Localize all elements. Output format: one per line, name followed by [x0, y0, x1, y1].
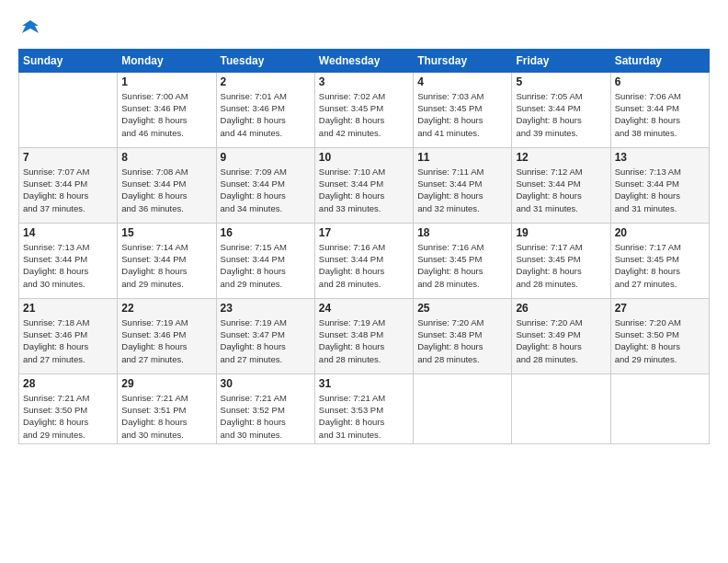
weekday-tuesday: Tuesday [216, 49, 314, 72]
day-number: 18 [417, 226, 507, 239]
day-number: 7 [23, 151, 113, 164]
logo-bird-icon [20, 17, 40, 37]
day-info: Sunrise: 7:00 AM Sunset: 3:46 PM Dayligh… [121, 90, 211, 139]
calendar-cell: 4Sunrise: 7:03 AM Sunset: 3:45 PM Daylig… [414, 72, 512, 147]
calendar-cell [414, 373, 512, 443]
logo [18, 20, 40, 41]
calendar-cell: 18Sunrise: 7:16 AM Sunset: 3:45 PM Dayli… [414, 223, 512, 298]
weekday-header-row: SundayMondayTuesdayWednesdayThursdayFrid… [19, 49, 710, 72]
day-number: 19 [516, 226, 606, 239]
day-info: Sunrise: 7:09 AM Sunset: 3:44 PM Dayligh… [221, 166, 311, 214]
calendar-cell: 23Sunrise: 7:19 AM Sunset: 3:47 PM Dayli… [216, 298, 314, 373]
calendar-table: SundayMondayTuesdayWednesdayThursdayFrid… [18, 49, 710, 444]
day-info: Sunrise: 7:21 AM Sunset: 3:50 PM Dayligh… [23, 392, 113, 441]
calendar-cell: 2Sunrise: 7:01 AM Sunset: 3:46 PM Daylig… [216, 72, 314, 147]
calendar-cell: 11Sunrise: 7:11 AM Sunset: 3:44 PM Dayli… [414, 147, 512, 223]
calendar-cell: 9Sunrise: 7:09 AM Sunset: 3:44 PM Daylig… [216, 147, 314, 223]
day-number: 28 [23, 377, 113, 390]
calendar-cell: 30Sunrise: 7:21 AM Sunset: 3:52 PM Dayli… [216, 373, 314, 443]
calendar-cell: 20Sunrise: 7:17 AM Sunset: 3:45 PM Dayli… [610, 223, 709, 298]
day-info: Sunrise: 7:17 AM Sunset: 3:45 PM Dayligh… [516, 241, 606, 290]
day-number: 12 [516, 151, 606, 164]
day-number: 5 [516, 75, 606, 88]
weekday-wednesday: Wednesday [314, 49, 413, 72]
day-number: 31 [319, 377, 409, 390]
calendar-cell: 15Sunrise: 7:14 AM Sunset: 3:44 PM Dayli… [118, 223, 216, 298]
day-number: 14 [23, 226, 113, 239]
day-number: 30 [221, 377, 311, 390]
day-info: Sunrise: 7:20 AM Sunset: 3:48 PM Dayligh… [417, 316, 507, 365]
day-number: 1 [121, 75, 211, 88]
calendar-cell: 27Sunrise: 7:20 AM Sunset: 3:50 PM Dayli… [610, 298, 709, 373]
day-info: Sunrise: 7:16 AM Sunset: 3:45 PM Dayligh… [417, 241, 507, 290]
calendar-cell [19, 72, 118, 147]
weekday-monday: Monday [118, 49, 216, 72]
day-number: 10 [319, 151, 409, 164]
day-info: Sunrise: 7:14 AM Sunset: 3:44 PM Dayligh… [121, 241, 211, 290]
day-info: Sunrise: 7:18 AM Sunset: 3:46 PM Dayligh… [23, 316, 113, 365]
calendar-cell: 8Sunrise: 7:08 AM Sunset: 3:44 PM Daylig… [118, 147, 216, 223]
day-number: 24 [319, 302, 409, 315]
day-info: Sunrise: 7:12 AM Sunset: 3:44 PM Dayligh… [516, 166, 606, 214]
calendar-cell [610, 373, 709, 443]
day-info: Sunrise: 7:08 AM Sunset: 3:44 PM Dayligh… [121, 166, 211, 214]
calendar-cell: 26Sunrise: 7:20 AM Sunset: 3:49 PM Dayli… [512, 298, 610, 373]
day-number: 17 [319, 226, 409, 239]
day-info: Sunrise: 7:19 AM Sunset: 3:47 PM Dayligh… [221, 316, 311, 365]
day-info: Sunrise: 7:01 AM Sunset: 3:46 PM Dayligh… [221, 90, 311, 139]
calendar-cell: 12Sunrise: 7:12 AM Sunset: 3:44 PM Dayli… [512, 147, 610, 223]
header-area [18, 17, 710, 41]
day-number: 27 [615, 302, 705, 315]
weekday-friday: Friday [512, 49, 610, 72]
day-info: Sunrise: 7:13 AM Sunset: 3:44 PM Dayligh… [23, 241, 113, 290]
day-info: Sunrise: 7:02 AM Sunset: 3:45 PM Dayligh… [319, 90, 409, 139]
day-number: 4 [417, 75, 507, 88]
day-info: Sunrise: 7:05 AM Sunset: 3:44 PM Dayligh… [516, 90, 606, 139]
day-info: Sunrise: 7:10 AM Sunset: 3:44 PM Dayligh… [319, 166, 409, 214]
calendar-cell: 24Sunrise: 7:19 AM Sunset: 3:48 PM Dayli… [314, 298, 413, 373]
calendar-cell: 5Sunrise: 7:05 AM Sunset: 3:44 PM Daylig… [512, 72, 610, 147]
day-number: 3 [319, 75, 409, 88]
weekday-thursday: Thursday [414, 49, 512, 72]
day-info: Sunrise: 7:20 AM Sunset: 3:49 PM Dayligh… [516, 316, 606, 365]
day-info: Sunrise: 7:03 AM Sunset: 3:45 PM Dayligh… [417, 90, 507, 139]
svg-marker-0 [22, 20, 39, 33]
calendar-cell: 1Sunrise: 7:00 AM Sunset: 3:46 PM Daylig… [118, 72, 216, 147]
calendar-cell: 21Sunrise: 7:18 AM Sunset: 3:46 PM Dayli… [19, 298, 118, 373]
calendar-cell: 3Sunrise: 7:02 AM Sunset: 3:45 PM Daylig… [314, 72, 413, 147]
day-info: Sunrise: 7:16 AM Sunset: 3:44 PM Dayligh… [319, 241, 409, 290]
day-info: Sunrise: 7:21 AM Sunset: 3:53 PM Dayligh… [319, 392, 409, 441]
calendar-cell: 14Sunrise: 7:13 AM Sunset: 3:44 PM Dayli… [19, 223, 118, 298]
day-number: 21 [23, 302, 113, 315]
day-number: 13 [615, 151, 705, 164]
day-info: Sunrise: 7:19 AM Sunset: 3:46 PM Dayligh… [121, 316, 211, 365]
day-number: 11 [417, 151, 507, 164]
day-info: Sunrise: 7:11 AM Sunset: 3:44 PM Dayligh… [417, 166, 507, 214]
calendar-cell: 28Sunrise: 7:21 AM Sunset: 3:50 PM Dayli… [19, 373, 118, 443]
day-info: Sunrise: 7:06 AM Sunset: 3:44 PM Dayligh… [615, 90, 705, 139]
calendar-cell: 31Sunrise: 7:21 AM Sunset: 3:53 PM Dayli… [314, 373, 413, 443]
day-info: Sunrise: 7:07 AM Sunset: 3:44 PM Dayligh… [23, 166, 113, 214]
calendar-cell [512, 373, 610, 443]
weekday-sunday: Sunday [19, 49, 118, 72]
page: SundayMondayTuesdayWednesdayThursdayFrid… [0, 0, 728, 563]
day-number: 23 [221, 302, 311, 315]
day-info: Sunrise: 7:17 AM Sunset: 3:45 PM Dayligh… [615, 241, 705, 290]
day-number: 20 [615, 226, 705, 239]
day-number: 16 [221, 226, 311, 239]
day-info: Sunrise: 7:15 AM Sunset: 3:44 PM Dayligh… [221, 241, 311, 290]
day-number: 29 [121, 377, 211, 390]
day-number: 15 [121, 226, 211, 239]
calendar-cell: 19Sunrise: 7:17 AM Sunset: 3:45 PM Dayli… [512, 223, 610, 298]
weekday-saturday: Saturday [610, 49, 709, 72]
day-number: 22 [121, 302, 211, 315]
day-info: Sunrise: 7:13 AM Sunset: 3:44 PM Dayligh… [615, 166, 705, 214]
day-number: 6 [615, 75, 705, 88]
calendar-cell: 29Sunrise: 7:21 AM Sunset: 3:51 PM Dayli… [118, 373, 216, 443]
day-number: 8 [121, 151, 211, 164]
day-info: Sunrise: 7:21 AM Sunset: 3:52 PM Dayligh… [221, 392, 311, 441]
day-number: 9 [221, 151, 311, 164]
calendar-cell: 6Sunrise: 7:06 AM Sunset: 3:44 PM Daylig… [610, 72, 709, 147]
calendar-cell: 7Sunrise: 7:07 AM Sunset: 3:44 PM Daylig… [19, 147, 118, 223]
day-number: 26 [516, 302, 606, 315]
